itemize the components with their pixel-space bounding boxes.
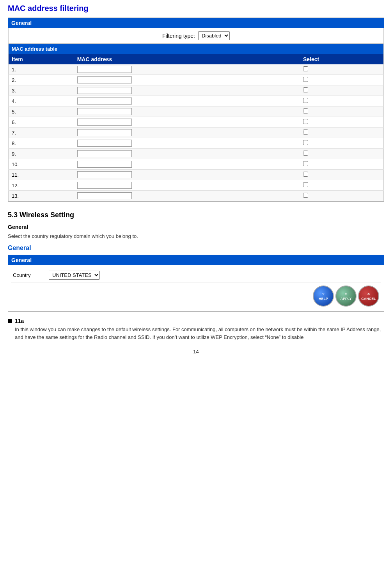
cancel-button[interactable]: ✕ CANCEL [358,286,379,307]
cancel-icon: ✕ [367,292,370,296]
mac-table-row: 1. [9,64,384,75]
mac-input[interactable] [77,66,132,73]
mac-table-row: 3. [9,85,384,96]
mac-row-item: 11. [9,170,74,180]
mac-input[interactable] [77,192,132,199]
mac-row-mac [74,180,300,191]
mac-table-row: 10. [9,159,384,170]
page-number: 14 [8,349,384,355]
mac-table-row: 12. [9,180,384,191]
bullet-title: 11a [15,318,384,324]
cancel-label: CANCEL [361,297,376,301]
mac-row-checkbox[interactable] [303,98,308,103]
mac-input[interactable] [77,140,132,147]
mac-row-select [300,117,383,128]
mac-input[interactable] [77,98,132,105]
mac-row-checkbox[interactable] [303,87,308,92]
mac-input[interactable] [77,150,132,157]
apply-label: APPLY [340,297,351,301]
filtering-type-select[interactable]: Disabled Allow Deny [198,31,230,40]
mac-input[interactable] [77,161,132,168]
mac-row-item: 8. [9,138,74,149]
apply-button[interactable]: ✦ APPLY [335,286,357,307]
mac-row-select [300,64,383,75]
mac-table-col-headers: Item MAC address Select [9,54,384,65]
mac-table-row: 9. [9,149,384,159]
section-53-title: 5.3 Wireless Setting [8,211,384,219]
general-block-header: General [8,255,384,265]
col-header-item: Item [9,54,74,65]
mac-row-checkbox[interactable] [303,119,308,124]
mac-table-row: 5. [9,106,384,117]
mac-row-checkbox[interactable] [303,129,308,135]
mac-table-header: MAC address table [9,44,384,54]
mac-input[interactable] [77,182,132,189]
mac-row-mac [74,75,300,85]
bullet-section: 11a In this window you can make changes … [8,318,384,341]
mac-row-item: 1. [9,64,74,75]
section-53-subtitle: General [8,224,384,230]
button-row: ? HELP ✦ APPLY ✕ CANCEL [11,282,381,308]
mac-general-header: General [8,18,384,28]
page-title: MAC address filtering [8,4,384,13]
mac-row-item: 2. [9,75,74,85]
mac-row-checkbox[interactable] [303,193,308,198]
mac-table-row: 13. [9,191,384,201]
col-header-select: Select [300,54,383,65]
mac-row-select [300,149,383,159]
mac-input[interactable] [77,129,132,136]
mac-input[interactable] [77,87,132,94]
mac-row-select [300,191,383,201]
filtering-type-label: Filtering type: [162,33,195,39]
mac-row-mac [74,159,300,170]
mac-row-select [300,96,383,106]
mac-row-checkbox[interactable] [303,151,308,156]
mac-input[interactable] [77,171,132,178]
mac-table-row: 6. [9,117,384,128]
mac-row-checkbox[interactable] [303,140,308,145]
mac-row-mac [74,191,300,201]
mac-input[interactable] [77,119,132,126]
mac-row-checkbox[interactable] [303,172,308,177]
country-label: Country [13,272,44,278]
general-label-above: General [8,245,384,252]
mac-row-mac [74,106,300,117]
mac-row-mac [74,170,300,180]
general-block-inner: Country UNITED STATES CANADA EUROPE JAPA… [8,265,384,311]
mac-row-item: 12. [9,180,74,191]
mac-row-mac [74,138,300,149]
bullet-item-11a: 11a In this window you can make changes … [8,318,384,341]
mac-table-row: 7. [9,128,384,138]
bullet-text: In this window you can make changes to t… [15,326,384,341]
mac-row-mac [74,117,300,128]
mac-row-item: 4. [9,96,74,106]
mac-row-mac [74,85,300,96]
mac-row-checkbox[interactable] [303,66,308,71]
mac-table-row: 2. [9,75,384,85]
mac-row-checkbox[interactable] [303,182,308,187]
mac-row-checkbox[interactable] [303,161,308,166]
mac-row-select [300,85,383,96]
apply-icon: ✦ [344,292,348,296]
mac-row-select [300,75,383,85]
help-icon: ? [322,292,325,296]
mac-row-select [300,106,383,117]
mac-row-item: 7. [9,128,74,138]
section-53: 5.3 Wireless Setting General Select the … [8,211,384,312]
mac-row-select [300,159,383,170]
mac-input[interactable] [77,76,132,83]
filtering-type-row: Filtering type: Disabled Allow Deny [8,28,384,44]
country-select[interactable]: UNITED STATES CANADA EUROPE JAPAN OTHER [49,271,100,280]
general-block: General Country UNITED STATES CANADA EUR… [8,255,384,312]
mac-row-select [300,128,383,138]
mac-row-item: 13. [9,191,74,201]
help-button[interactable]: ? HELP [313,286,334,307]
mac-row-checkbox[interactable] [303,77,308,82]
col-header-mac: MAC address [74,54,300,65]
help-label: HELP [319,297,328,301]
mac-input[interactable] [77,108,132,115]
mac-table-row: 4. [9,96,384,106]
mac-row-item: 5. [9,106,74,117]
mac-table-row: 8. [9,138,384,149]
mac-row-checkbox[interactable] [303,108,308,113]
